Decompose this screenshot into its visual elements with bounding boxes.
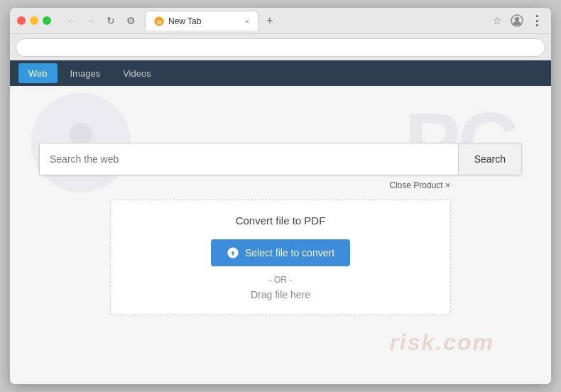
pdf-select-button[interactable]: Select file to convert bbox=[211, 239, 350, 266]
tab-videos[interactable]: Videos bbox=[113, 63, 161, 83]
pdf-select-label: Select file to convert bbox=[245, 247, 334, 258]
pdf-title: Convert file to PDF bbox=[125, 214, 436, 227]
svg-point-3 bbox=[515, 17, 519, 21]
search-button[interactable]: Search bbox=[458, 143, 521, 175]
address-input[interactable] bbox=[16, 38, 545, 57]
reload-button[interactable]: ↻ bbox=[102, 12, 119, 29]
minimize-button[interactable] bbox=[30, 16, 38, 25]
new-tab-button[interactable]: + bbox=[261, 12, 278, 29]
browser-window: ← → ↻ ⚙ N New Tab × + ☆ ⋮ bbox=[10, 8, 551, 384]
page-content: PC risk.com Search Close Product × Conve… bbox=[10, 86, 551, 384]
search-box: Search bbox=[39, 143, 522, 175]
profile-icon bbox=[510, 13, 524, 28]
tab-bar: N New Tab × + bbox=[145, 11, 484, 31]
pdf-drag-text: Drag file here bbox=[125, 289, 436, 300]
tab-close-button[interactable]: × bbox=[245, 17, 249, 26]
tab-favicon-icon: N bbox=[154, 16, 164, 26]
svg-text:N: N bbox=[157, 18, 161, 25]
tab-web[interactable]: Web bbox=[18, 63, 58, 83]
star-icon[interactable]: ☆ bbox=[490, 13, 504, 28]
pdf-or-divider: - OR - bbox=[125, 275, 436, 285]
close-button[interactable] bbox=[17, 16, 26, 25]
upload-icon bbox=[227, 246, 239, 259]
search-input[interactable] bbox=[40, 143, 458, 175]
extensions-button[interactable]: ⚙ bbox=[122, 12, 139, 29]
search-section: Search bbox=[10, 143, 551, 175]
tab-title: New Tab bbox=[168, 16, 201, 26]
menu-icon[interactable]: ⋮ bbox=[530, 13, 544, 28]
back-button[interactable]: ← bbox=[62, 12, 80, 29]
search-toolbar: Web Images Videos bbox=[10, 60, 551, 86]
pdf-close-button[interactable]: Close Product × bbox=[389, 180, 450, 190]
maximize-button[interactable] bbox=[43, 16, 51, 25]
wm-bottom-text: risk.com bbox=[389, 330, 494, 356]
traffic-lights bbox=[17, 16, 51, 25]
title-bar: ← → ↻ ⚙ N New Tab × + ☆ ⋮ bbox=[10, 8, 551, 33]
address-bar-row bbox=[10, 33, 551, 60]
tab-images[interactable]: Images bbox=[60, 63, 111, 83]
pdf-widget: Close Product × Convert file to PDF Sele… bbox=[110, 200, 451, 315]
active-tab[interactable]: N New Tab × bbox=[145, 11, 258, 31]
forward-button[interactable]: → bbox=[82, 12, 99, 29]
nav-buttons: ← → ↻ ⚙ bbox=[62, 12, 139, 29]
